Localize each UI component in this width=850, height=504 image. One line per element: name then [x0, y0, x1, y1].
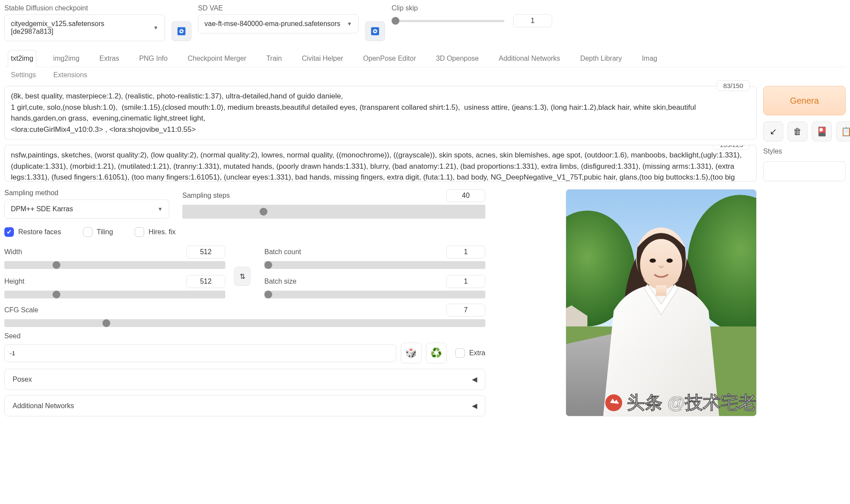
- chevron-down-icon: ▼: [158, 206, 163, 212]
- batch-count-slider[interactable]: [264, 261, 485, 269]
- sampling-method-label: Sampling method: [4, 189, 169, 197]
- checkpoint-dropdown[interactable]: cityedgemix_v125.safetensors [de2987a813…: [4, 14, 165, 41]
- cfg-slider[interactable]: [4, 319, 485, 327]
- prompt-text[interactable]: (8k, best quality, masterpiece:1.2), (re…: [11, 91, 750, 135]
- tab-image[interactable]: Imag: [639, 50, 660, 67]
- batch-size-label: Batch size: [264, 278, 297, 285]
- chevron-down-icon: ▼: [153, 25, 158, 31]
- vae-refresh-button[interactable]: [365, 21, 385, 41]
- svg-rect-0: [178, 27, 185, 35]
- svg-rect-1: [371, 27, 379, 35]
- height-slider[interactable]: [4, 291, 225, 298]
- arrow-in-button[interactable]: ↙: [763, 121, 783, 141]
- width-slider[interactable]: [4, 261, 225, 269]
- tab-pnginfo[interactable]: PNG Info: [136, 50, 171, 67]
- result-image[interactable]: 头条 @技术宅老张: [566, 189, 757, 416]
- refresh-icon: [177, 26, 186, 36]
- vae-label: SD VAE: [198, 4, 359, 12]
- sampling-steps-label: Sampling steps: [182, 192, 230, 200]
- tab-train[interactable]: Train: [263, 50, 285, 67]
- refresh-icon: [370, 26, 380, 36]
- seed-extra-checkbox[interactable]: Extra: [455, 348, 485, 358]
- vae-value: vae-ft-mse-840000-ema-pruned.safetensors: [204, 20, 340, 28]
- tab-3d-openpose[interactable]: 3D Openpose: [433, 50, 482, 67]
- styles-dropdown[interactable]: [763, 161, 846, 181]
- styles-label: Styles: [763, 147, 846, 155]
- posex-accordion[interactable]: Posex◀: [4, 369, 485, 390]
- styles-button[interactable]: 🎴: [812, 121, 832, 141]
- batch-size-slider[interactable]: [264, 291, 485, 298]
- sampling-method-dropdown[interactable]: DPM++ SDE Karras ▼: [4, 200, 169, 219]
- height-label: Height: [4, 278, 24, 285]
- prompt-box[interactable]: 83/150 (8k, best quality, masterpiece:1.…: [4, 86, 757, 140]
- clip-skip-slider[interactable]: [392, 20, 504, 22]
- checkbox-icon: [455, 348, 465, 358]
- hires-fix-checkbox[interactable]: Hires. fix: [135, 227, 175, 237]
- main-tabs: txt2img img2img Extras PNG Info Checkpoi…: [4, 50, 846, 67]
- clip-skip-value[interactable]: 1: [513, 14, 552, 27]
- tab-extras[interactable]: Extras: [96, 50, 122, 67]
- cfg-label: CFG Scale: [4, 306, 38, 314]
- svg-point-10: [640, 239, 682, 290]
- vae-dropdown[interactable]: vae-ft-mse-840000-ema-pruned.safetensors…: [198, 14, 359, 33]
- cfg-value[interactable]: 7: [446, 304, 485, 317]
- width-label: Width: [4, 248, 22, 256]
- chevron-down-icon: ▼: [347, 21, 352, 27]
- width-value[interactable]: 512: [186, 245, 225, 259]
- sampling-steps-value[interactable]: 40: [446, 189, 485, 202]
- triangle-left-icon: ◀: [472, 402, 477, 410]
- card-icon: 🎴: [817, 126, 827, 137]
- tab-extensions[interactable]: Extensions: [53, 69, 87, 82]
- batch-count-value[interactable]: 1: [446, 245, 485, 259]
- tab-openpose-editor[interactable]: OpenPose Editor: [360, 50, 419, 67]
- tab-txt2img[interactable]: txt2img: [8, 50, 36, 67]
- checkbox-icon: [83, 227, 92, 237]
- batch-size-value[interactable]: 1: [446, 275, 485, 288]
- negative-token-count: 159/225: [713, 145, 750, 150]
- checkpoint-refresh-button[interactable]: [171, 21, 191, 41]
- trash-icon: 🗑: [793, 127, 802, 137]
- negative-prompt-text[interactable]: nsfw,paintings, sketches, (worst quality…: [11, 150, 750, 182]
- checkbox-checked-icon: ✔: [4, 227, 14, 237]
- additional-networks-accordion[interactable]: Additional Networks◀: [4, 395, 485, 416]
- seed-random-button[interactable]: 🎲: [401, 343, 422, 363]
- tab-img2img[interactable]: img2img: [50, 50, 82, 67]
- tab-checkpoint-merger[interactable]: Checkpoint Merger: [184, 50, 249, 67]
- watermark-text: 头条 @技术宅老张: [627, 393, 756, 412]
- seed-reuse-button[interactable]: ♻️: [426, 343, 447, 363]
- sampling-method-value: DPM++ SDE Karras: [11, 205, 73, 213]
- negative-prompt-box[interactable]: 159/225 nsfw,paintings, sketches, (worst…: [4, 145, 757, 182]
- tab-depth-library[interactable]: Depth Library: [577, 50, 625, 67]
- restore-faces-checkbox[interactable]: ✔Restore faces: [4, 227, 61, 237]
- arrow-down-left-icon: ↙: [770, 126, 777, 137]
- svg-point-11: [649, 259, 656, 263]
- checkbox-icon: [135, 227, 144, 237]
- paste-button[interactable]: 📋: [836, 121, 850, 141]
- dice-icon: 🎲: [405, 347, 417, 359]
- tab-additional-networks[interactable]: Additional Networks: [496, 50, 563, 67]
- swap-dims-button[interactable]: ⇅: [234, 267, 250, 286]
- height-value[interactable]: 512: [186, 275, 225, 288]
- secondary-tabs: Settings Extensions: [4, 69, 846, 82]
- clip-skip-label: Clip skip: [392, 4, 552, 12]
- clear-button[interactable]: 🗑: [787, 121, 807, 141]
- tab-settings[interactable]: Settings: [11, 69, 36, 82]
- svg-point-12: [666, 259, 673, 263]
- checkpoint-value: cityedgemix_v125.safetensors [de2987a813…: [11, 20, 147, 36]
- tiling-checkbox[interactable]: Tiling: [83, 227, 113, 237]
- generate-button[interactable]: Genera: [763, 86, 846, 115]
- prompt-token-count: 83/150: [717, 80, 750, 91]
- checkpoint-label: Stable Diffusion checkpoint: [4, 4, 165, 12]
- seed-input[interactable]: [4, 344, 396, 362]
- clipboard-icon: 📋: [841, 126, 850, 137]
- tab-civitai-helper[interactable]: Civitai Helper: [299, 50, 346, 67]
- triangle-left-icon: ◀: [472, 375, 477, 383]
- sampling-steps-slider[interactable]: [182, 205, 485, 219]
- recycle-icon: ♻️: [430, 347, 442, 359]
- svg-rect-13: [656, 285, 666, 296]
- batch-count-label: Batch count: [264, 248, 301, 256]
- seed-label: Seed: [4, 332, 485, 340]
